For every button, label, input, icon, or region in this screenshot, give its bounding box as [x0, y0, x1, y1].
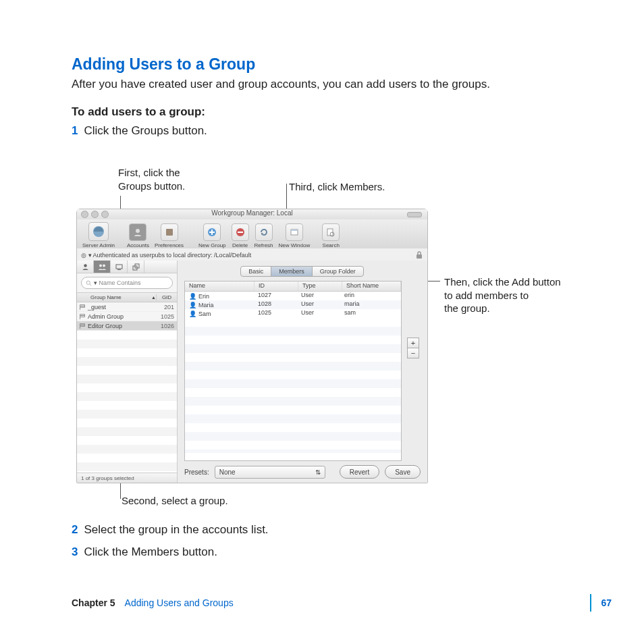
- callout-then: Then, click the Add button to add member…: [444, 275, 561, 315]
- bottom-bar: Presets: None⇅ Revert Save: [178, 461, 427, 483]
- callout-first: First, click the Groups button.: [118, 166, 185, 192]
- procedure-heading: To add users to a group:: [72, 105, 205, 119]
- all-filter-button[interactable]: [128, 261, 144, 273]
- search-placeholder: Name Contains: [99, 279, 141, 286]
- workgroup-manager-window: Workgroup Manager: Local Server Admin Ac…: [76, 209, 428, 483]
- tab-members[interactable]: Members: [271, 266, 313, 277]
- selection-status: 1 of 3 groups selected: [77, 473, 177, 483]
- group-row[interactable]: ⛿Editor Group1026: [77, 321, 177, 331]
- group-icon: ⛿: [77, 313, 88, 320]
- list-empty-rows: [77, 331, 177, 473]
- column-header[interactable]: Group Name: [77, 294, 151, 300]
- column-header[interactable]: Name: [185, 281, 254, 291]
- groups-filter-button[interactable]: [94, 261, 111, 273]
- new-group-button[interactable]: New Group: [198, 223, 225, 248]
- toolbar-label: Accounts: [127, 242, 149, 248]
- auth-text: Authenticated as userpubs to local direc…: [93, 252, 252, 259]
- preferences-button[interactable]: Preferences: [155, 223, 184, 248]
- svg-rect-9: [417, 254, 422, 259]
- member-row[interactable]: 👤Erin1027Usererin: [185, 292, 401, 300]
- svg-point-10: [84, 264, 86, 267]
- intro-text: After you have created user and group ac…: [72, 78, 490, 91]
- svg-rect-2: [166, 229, 173, 236]
- column-header[interactable]: Type: [298, 281, 342, 291]
- save-button[interactable]: Save: [385, 465, 421, 479]
- tab-group-folder[interactable]: Group Folder: [312, 266, 364, 277]
- step-2-text: Select the group in the accounts list.: [84, 523, 268, 536]
- svg-point-12: [103, 264, 105, 267]
- column-header[interactable]: ID: [254, 281, 298, 291]
- step-3: 3Click the Members button.: [72, 545, 217, 559]
- step-1: 1Click the Groups button.: [72, 124, 207, 138]
- toolbar-label: Search: [323, 242, 340, 248]
- toolbar: Server Admin Accounts Preferences New Gr…: [77, 219, 427, 250]
- page-footer: Chapter 5 Adding Users and Groups 67: [72, 594, 612, 612]
- member-row[interactable]: 👤Sam1025Usersam: [185, 309, 401, 318]
- step-2: 2Select the group in the accounts list.: [72, 523, 269, 537]
- accounts-button[interactable]: Accounts: [127, 223, 149, 248]
- step-1-text: Click the Groups button.: [84, 124, 207, 137]
- group-row[interactable]: ⛿_guest201: [77, 302, 177, 312]
- step-3-text: Click the Members button.: [84, 545, 217, 558]
- presets-popup[interactable]: None⇅: [215, 466, 325, 479]
- toolbar-label: New Group: [198, 242, 225, 248]
- svg-rect-13: [116, 265, 122, 269]
- group-icon: ⛿: [77, 304, 88, 311]
- computers-filter-button[interactable]: [111, 261, 128, 273]
- refresh-button[interactable]: Refresh: [254, 223, 273, 248]
- detail-pane: Basic Members Group Folder Name ID Type …: [178, 261, 427, 483]
- toolbar-label: Refresh: [254, 242, 273, 248]
- column-header[interactable]: GID: [156, 294, 177, 300]
- tab-basic[interactable]: Basic: [240, 266, 271, 277]
- members-table-header: Name ID Type Short Name: [185, 281, 401, 292]
- member-row[interactable]: 👤Maria1028Usermaria: [185, 300, 401, 309]
- search-button[interactable]: Search: [322, 223, 340, 248]
- search-input[interactable]: ▾ Name Contains: [81, 277, 173, 289]
- callout-then-line2: to add members to: [444, 289, 561, 302]
- page-rule: [590, 594, 591, 612]
- table-empty-rows: [185, 318, 401, 453]
- new-window-button[interactable]: New Window: [279, 223, 311, 248]
- remove-member-button[interactable]: −: [407, 348, 419, 358]
- toolbar-label: Delete: [232, 242, 248, 248]
- column-header[interactable]: Short Name: [342, 281, 401, 291]
- add-remove-buttons: + −: [407, 338, 419, 358]
- callout-first-line1: First, click the: [118, 166, 185, 180]
- server-admin-button[interactable]: Server Admin: [82, 222, 115, 248]
- chapter-label: Chapter 5: [72, 597, 115, 608]
- section-heading: Adding Users to a Group: [72, 55, 255, 74]
- callout-then-line3: the group.: [444, 302, 561, 315]
- window-controls[interactable]: [81, 211, 109, 218]
- toolbar-toggle-button[interactable]: [407, 212, 422, 217]
- group-row[interactable]: ⛿Admin Group1025: [77, 312, 177, 321]
- svg-point-17: [86, 281, 90, 284]
- callout-third: Third, click Members.: [289, 180, 385, 194]
- magnifier-icon: [86, 280, 92, 286]
- user-icon: 👤: [189, 293, 196, 300]
- members-table: Name ID Type Short Name 👤Erin1027Usereri…: [184, 281, 402, 461]
- svg-rect-14: [117, 269, 121, 270]
- window-titlebar: Workgroup Manager: Local: [77, 209, 427, 220]
- user-icon: 👤: [189, 302, 196, 308]
- svg-point-11: [99, 264, 102, 267]
- toolbar-label: Preferences: [155, 242, 184, 248]
- group-icon: ⛿: [77, 323, 88, 329]
- group-list-header: Group Name ▲ GID: [77, 292, 177, 302]
- toolbar-label: New Window: [279, 242, 311, 248]
- presets-label: Presets:: [184, 468, 209, 476]
- page-number: 67: [601, 597, 612, 608]
- callout-second: Second, select a group.: [122, 494, 228, 508]
- toolbar-label: Server Admin: [82, 242, 115, 248]
- revert-button[interactable]: Revert: [340, 465, 379, 479]
- lock-icon[interactable]: [415, 251, 423, 259]
- delete-button[interactable]: Delete: [232, 223, 249, 248]
- svg-point-1: [136, 229, 140, 233]
- callout-then-line1: Then, click the Add button: [444, 275, 561, 289]
- add-member-button[interactable]: +: [407, 338, 419, 348]
- svg-rect-6: [291, 230, 298, 231]
- callout-first-line2: Groups button.: [118, 180, 185, 193]
- users-filter-button[interactable]: [77, 261, 94, 273]
- accounts-sidebar: ▾ Name Contains Group Name ▲ GID ⛿_guest…: [77, 261, 178, 483]
- window-title: Workgroup Manager: Local: [211, 209, 292, 217]
- popup-arrows-icon: ⇅: [315, 468, 321, 476]
